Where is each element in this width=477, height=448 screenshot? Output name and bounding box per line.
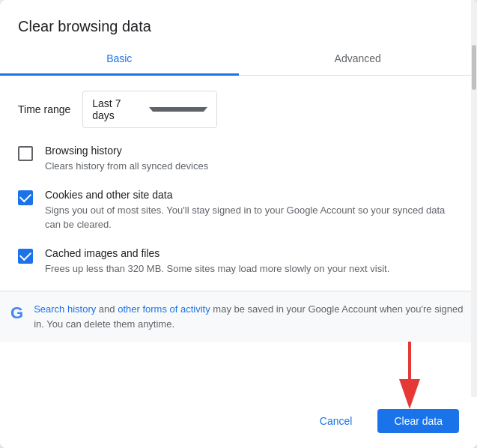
time-range-label: Time range — [18, 103, 70, 115]
other-forms-link[interactable]: other forms of activity — [118, 303, 210, 315]
info-and-text: and — [99, 303, 118, 315]
cached-images-title: Cached images and files — [45, 247, 389, 259]
time-range-row: Time range Last 7 days — [18, 91, 459, 128]
cookies-desc: Signs you out of most sites. You'll stay… — [45, 203, 459, 232]
browsing-history-checkbox[interactable] — [18, 146, 33, 161]
clear-browsing-data-dialog: Clear browsing data Basic Advanced Time … — [0, 0, 477, 448]
clear-data-button[interactable]: Clear data — [377, 409, 459, 433]
browsing-history-text: Browsing history Clears history from all… — [45, 145, 208, 174]
browsing-history-desc: Clears history from all synced devices — [45, 159, 208, 174]
google-g-icon: G — [10, 303, 23, 323]
cookies-title: Cookies and other site data — [45, 189, 459, 201]
scrollbar-thumb[interactable] — [472, 45, 476, 90]
time-range-select[interactable]: Last 7 days — [82, 91, 217, 128]
cookies-item: Cookies and other site data Signs you ou… — [18, 189, 459, 232]
dialog-footer: Cancel Clear data — [0, 397, 477, 448]
cached-images-text: Cached images and files Frees up less th… — [45, 247, 389, 276]
search-history-link[interactable]: Search history — [34, 303, 96, 315]
cached-images-checkbox-wrap[interactable] — [18, 249, 33, 264]
tab-basic[interactable]: Basic — [0, 42, 239, 76]
cookies-checkbox[interactable] — [18, 190, 33, 205]
dropdown-arrow-icon — [149, 107, 207, 112]
cached-images-checkbox[interactable] — [18, 249, 33, 264]
tab-advanced[interactable]: Advanced — [239, 42, 478, 76]
browsing-history-title: Browsing history — [45, 145, 208, 157]
cancel-button[interactable]: Cancel — [303, 409, 369, 433]
dialog-body: Time range Last 7 days Browsing history … — [0, 76, 477, 397]
time-range-value: Last 7 days — [92, 97, 143, 121]
cookies-text: Cookies and other site data Signs you ou… — [45, 189, 459, 232]
browsing-history-checkbox-wrap[interactable] — [18, 146, 33, 161]
cached-images-item: Cached images and files Frees up less th… — [18, 247, 459, 276]
cookies-checkbox-wrap[interactable] — [18, 190, 33, 205]
dialog-title: Clear browsing data — [0, 0, 477, 35]
info-row: G Search history and other forms of acti… — [0, 291, 477, 342]
browsing-history-item: Browsing history Clears history from all… — [18, 145, 459, 174]
tab-bar: Basic Advanced — [0, 41, 477, 76]
scrollbar[interactable] — [471, 0, 477, 448]
info-text: Search history and other forms of activi… — [34, 302, 467, 332]
cached-images-desc: Frees up less than 320 MB. Some sites ma… — [45, 261, 389, 276]
